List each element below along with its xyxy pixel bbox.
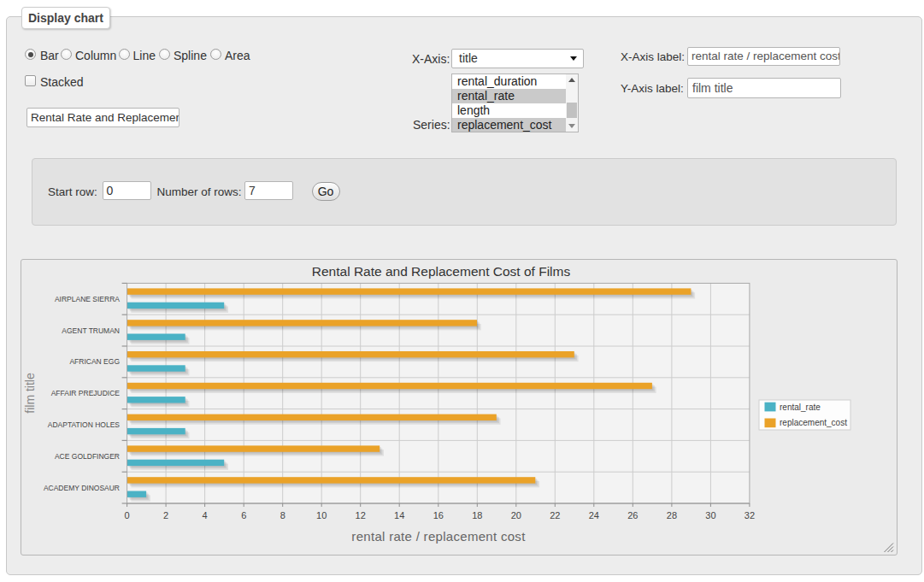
svg-text:6: 6: [241, 510, 246, 520]
svg-text:film title: film title: [23, 373, 37, 414]
svg-text:12: 12: [356, 510, 366, 520]
svg-text:20: 20: [511, 510, 521, 520]
svg-text:32: 32: [744, 510, 755, 520]
svg-text:14: 14: [394, 510, 404, 520]
svg-text:ACADEMY DINOSAUR: ACADEMY DINOSAUR: [44, 484, 120, 492]
svg-text:replacement_cost: replacement_cost: [780, 418, 847, 427]
svg-text:22: 22: [550, 510, 560, 520]
svg-text:16: 16: [433, 510, 444, 520]
svg-text:Rental Rate and Replacement Co: Rental Rate and Replacement Cost of Film…: [312, 264, 571, 279]
svg-text:rental_rate: rental_rate: [780, 403, 821, 412]
svg-text:AFFAIR PREJUDICE: AFFAIR PREJUDICE: [51, 389, 121, 397]
svg-text:18: 18: [472, 510, 482, 520]
svg-text:ADAPTATION HOLES: ADAPTATION HOLES: [48, 420, 121, 429]
svg-text:24: 24: [589, 510, 599, 520]
svg-text:rental rate / replacement cost: rental rate / replacement cost: [351, 529, 526, 544]
svg-text:28: 28: [667, 510, 677, 520]
svg-text:AIRPLANE SIERRA: AIRPLANE SIERRA: [55, 295, 120, 303]
svg-text:26: 26: [627, 510, 638, 520]
svg-text:30: 30: [705, 510, 715, 520]
svg-text:ACE GOLDFINGER: ACE GOLDFINGER: [55, 452, 120, 461]
svg-text:4: 4: [203, 510, 208, 520]
svg-text:AFRICAN EGG: AFRICAN EGG: [69, 357, 120, 366]
svg-text:0: 0: [125, 510, 130, 520]
svg-text:AGENT TRUMAN: AGENT TRUMAN: [62, 326, 120, 335]
svg-text:2: 2: [163, 510, 168, 520]
svg-text:8: 8: [280, 510, 285, 520]
svg-text:10: 10: [316, 510, 327, 520]
